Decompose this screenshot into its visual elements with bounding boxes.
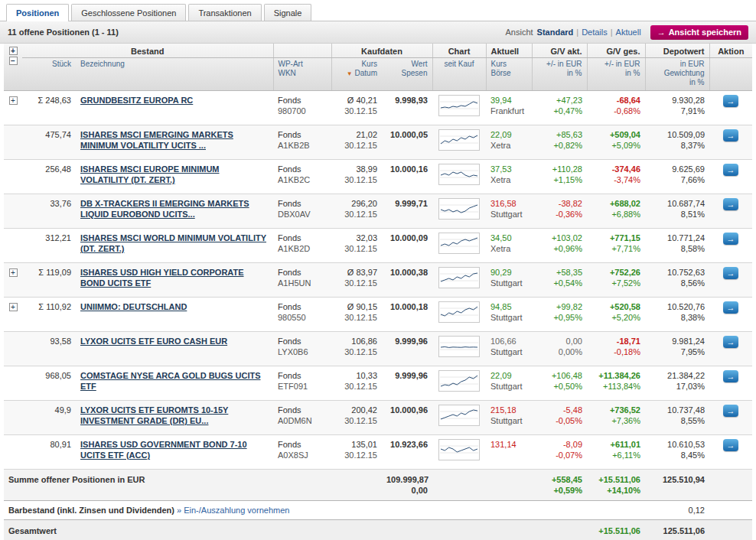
position-name-link[interactable]: ISHARES MSCI WORLD MINIMUM VOLATILITY (D…	[80, 233, 269, 254]
depot-value-eur: 9.930,28	[650, 95, 705, 106]
mini-chart[interactable]	[438, 95, 480, 116]
col-header-wkn[interactable]: WKN	[279, 69, 296, 77]
mini-chart[interactable]	[438, 370, 480, 392]
deposit-withdraw-link[interactable]: » Ein-/Auszahlung vornehmen	[177, 506, 289, 515]
col-header-depot-eur[interactable]: in EUR	[680, 60, 705, 68]
tab-transaktionen[interactable]: Transaktionen	[188, 4, 261, 21]
expand-row-icon[interactable]: +	[9, 96, 18, 105]
security-type: Fonds	[278, 198, 327, 209]
buy-value: 10.000,18	[386, 301, 428, 312]
sum-spesen: 0,00	[386, 485, 428, 496]
mini-chart[interactable]	[438, 129, 480, 151]
mini-chart[interactable]	[438, 439, 480, 460]
col-header-gv-ges-eur[interactable]: +/- in EUR	[604, 60, 640, 68]
total-value: 125.511,06	[645, 520, 709, 540]
buy-value: 10.000,09	[386, 233, 428, 243]
col-header-bezeichnung[interactable]: Bezeichnung	[80, 60, 125, 68]
buy-date: 30.12.15	[336, 312, 377, 323]
gv-akt-pct-value: -0,05%	[536, 415, 582, 426]
col-header-akt-kurs[interactable]: Kurs	[491, 60, 507, 68]
order-action-button[interactable]: →	[723, 439, 738, 451]
cash-balance-row: Barbestand (inkl. Zinsen und Dividenden)…	[4, 501, 752, 520]
position-quantity: 475,74	[45, 130, 71, 139]
mini-chart[interactable]	[438, 336, 480, 357]
sparkline-chart	[439, 302, 479, 322]
exchange-name: Stuttgart	[490, 381, 527, 392]
position-name-link[interactable]: UNIIMMO: DEUTSCHLAND	[80, 301, 187, 312]
tab-geschlossene-positionen[interactable]: Geschlossene Positionen	[71, 4, 186, 21]
order-action-button[interactable]: →	[723, 95, 738, 107]
mini-chart[interactable]	[438, 267, 480, 288]
position-name-link[interactable]: ISHARES USD HIGH YIELD CORPORATE BOND UC…	[80, 267, 269, 288]
col-header-wert[interactable]: Wert	[412, 60, 428, 68]
col-header-gewichtung[interactable]: Gewichtung	[664, 69, 705, 77]
positions-count: 11 offene Positionen (1 - 11)	[8, 28, 119, 37]
col-header-kurs[interactable]: Kurs	[361, 60, 377, 68]
col-header-spesen[interactable]: Spesen	[402, 69, 428, 77]
col-header-wp-art[interactable]: WP-Art	[279, 60, 303, 68]
save-view-button[interactable]: → Ansicht speichern	[650, 25, 748, 40]
view-details[interactable]: Details	[582, 28, 608, 37]
table-row: + 256,48 ISHARES MSCI EUROPE MINIMUM VOL…	[4, 160, 752, 194]
order-action-button[interactable]: →	[723, 129, 738, 142]
mini-chart[interactable]	[438, 301, 480, 323]
buy-date: 30.12.15	[336, 346, 377, 357]
position-name-link[interactable]: LYXOR UCITS ETF EUROMTS 10-15Y INVESTMEN…	[80, 405, 269, 426]
col-header-gv-akt-eur[interactable]: +/- in EUR	[546, 60, 582, 68]
depot-weight-pct: 8,55%	[650, 415, 705, 426]
order-action-button[interactable]: →	[723, 233, 738, 245]
sparkline-chart	[439, 199, 479, 219]
order-action-button[interactable]: →	[723, 164, 738, 176]
tab-positionen[interactable]: Positionen	[6, 4, 69, 21]
wkn-value: 980700	[278, 106, 327, 116]
order-action-button[interactable]: →	[723, 198, 738, 210]
order-action-button[interactable]: →	[723, 301, 738, 314]
depot-weight-pct: 8,37%	[650, 140, 705, 151]
mini-chart[interactable]	[438, 405, 480, 426]
buy-value: 9.999,71	[386, 198, 428, 209]
collapse-all-icon[interactable]: −	[9, 57, 18, 65]
depot-value-eur: 21.384,22	[650, 370, 705, 381]
position-name-link[interactable]: ISHARES USD GOVERNMENT BOND 7-10 UCITS E…	[80, 439, 269, 460]
col-header-stueck[interactable]: Stück	[52, 60, 71, 68]
position-quantity: 119,09	[46, 268, 71, 277]
order-action-button[interactable]: →	[723, 405, 738, 417]
position-name-link[interactable]: ISHARES MSCI EMERGING MARKETS MINIMUM VO…	[80, 129, 269, 151]
expand-row-icon[interactable]: +	[9, 303, 18, 311]
mini-chart[interactable]	[438, 164, 480, 185]
view-aktuell[interactable]: Aktuell	[616, 28, 641, 37]
col-header-boerse[interactable]: Börse	[491, 69, 511, 77]
position-name-link[interactable]: DB X-TRACKERS II EMERGING MARKETS LIQUID…	[80, 198, 269, 220]
order-action-button[interactable]: →	[723, 267, 738, 279]
position-name-link[interactable]: GRUNDBESITZ EUROPA RC	[80, 95, 193, 106]
col-header-gv-ges-pct[interactable]: in %	[625, 69, 640, 77]
expand-all-icon[interactable]: +	[9, 47, 18, 55]
position-name-link[interactable]: LYXOR UCITS ETF EURO CASH EUR	[80, 336, 227, 346]
mini-chart[interactable]	[438, 233, 480, 254]
mini-chart[interactable]	[438, 198, 480, 220]
order-action-button[interactable]: →	[723, 336, 738, 348]
position-name-link[interactable]: ISHARES MSCI EUROPE MINIMUM VOLATILITY (…	[80, 164, 269, 185]
sparkline-chart	[439, 130, 479, 150]
expand-row-icon[interactable]: +	[9, 268, 18, 277]
wkn-value: A1KB2D	[278, 243, 327, 254]
gv-ges-pct-value: -0,68%	[591, 106, 640, 116]
gv-akt-pct-value: +1,15%	[536, 174, 582, 185]
tab-signale[interactable]: Signale	[264, 4, 312, 21]
order-action-button[interactable]: →	[723, 370, 738, 382]
position-quantity: 110,92	[46, 302, 71, 311]
current-price: 316,58	[490, 198, 527, 209]
wkn-value: A0X8SJ	[278, 450, 327, 460]
buy-price: 38,99	[336, 164, 377, 174]
position-name-link[interactable]: COMSTAGE NYSE ARCA GOLD BUGS UCITS ETF	[80, 370, 269, 392]
table-footer: Summe offener Positionen in EUR 109.999,…	[4, 470, 752, 540]
col-header-gv-akt-pct[interactable]: in %	[567, 69, 582, 77]
security-type: Fonds	[278, 95, 327, 106]
depot-weight-pct: 8,58%	[650, 243, 705, 254]
table-row: + Σ248,63 GRUNDBESITZ EUROPA RC Fonds 98…	[4, 91, 752, 125]
col-header-datum[interactable]: Datum	[355, 69, 377, 77]
col-group-gv-ges: G/V ges.	[587, 44, 645, 58]
sparkline-chart	[439, 164, 479, 184]
col-header-gewichtung-pct[interactable]: in %	[689, 78, 704, 86]
view-standard[interactable]: Standard	[537, 28, 574, 37]
